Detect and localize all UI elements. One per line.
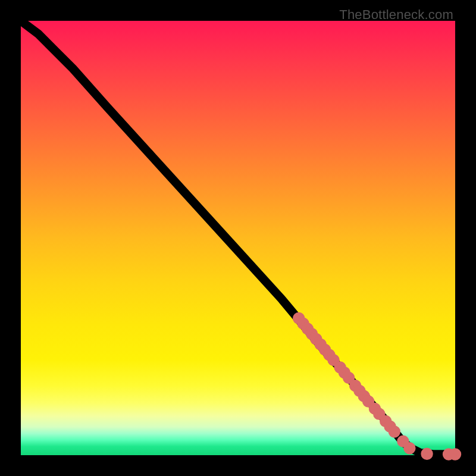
bottleneck-curve <box>21 21 455 455</box>
chart-svg <box>21 21 455 455</box>
data-point <box>451 450 459 458</box>
data-point <box>406 444 414 452</box>
data-point <box>345 374 353 381</box>
data-point <box>423 450 431 458</box>
chart-frame: TheBottleneck.com <box>0 0 476 476</box>
plot-area <box>21 21 455 455</box>
data-point <box>390 428 398 436</box>
marker-layer <box>295 314 459 458</box>
